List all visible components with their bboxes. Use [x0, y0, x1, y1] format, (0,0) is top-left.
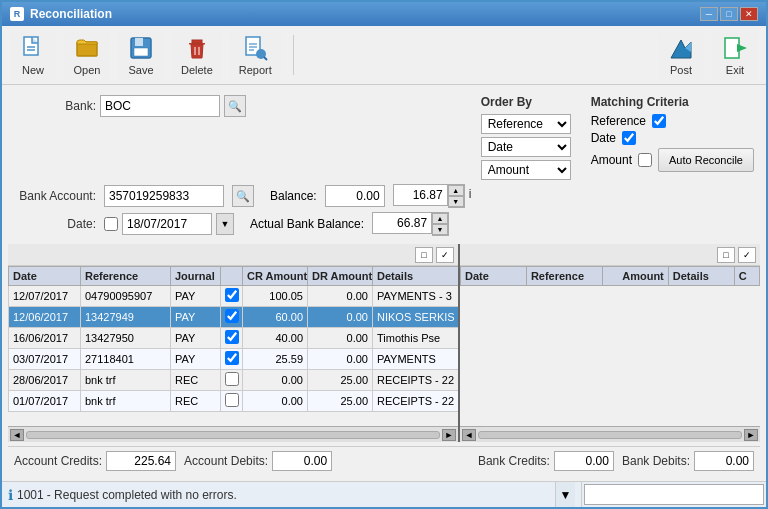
right-table-btn2[interactable]: ✓: [738, 247, 756, 263]
account-credits-value[interactable]: [106, 451, 176, 471]
open-button[interactable]: Open: [64, 30, 110, 80]
spin-up-button[interactable]: ▲: [448, 185, 464, 196]
mc-reference-checkbox[interactable]: [652, 114, 666, 128]
status-dropdown-button[interactable]: ▼: [555, 482, 575, 507]
left-table-btn2[interactable]: ✓: [436, 247, 454, 263]
bank-input[interactable]: [100, 95, 220, 117]
report-button[interactable]: Report: [230, 30, 281, 80]
row-checkbox[interactable]: [225, 372, 239, 386]
order-by-date-select[interactable]: DateReferenceAmount: [481, 137, 571, 157]
account-debits-value[interactable]: [272, 451, 332, 471]
right-scroll-track[interactable]: [478, 431, 742, 439]
bank-debits-item: Bank Debits:: [622, 451, 754, 471]
cell-dr-amount: 0.00: [308, 286, 373, 307]
window-title: Reconciliation: [30, 7, 112, 21]
actual-balance-input[interactable]: [372, 212, 432, 234]
right-col-header-details: Details: [668, 267, 734, 286]
left-scroll-track[interactable]: [26, 431, 440, 439]
minimize-button[interactable]: ─: [700, 7, 718, 21]
table-row[interactable]: 12/06/2017 13427949 PAY 60.00 0.00 NIKOS…: [9, 307, 459, 328]
spin-down-button[interactable]: ▼: [448, 196, 464, 207]
table-row[interactable]: 01/07/2017 bnk trf REC 0.00 25.00 RECEIP…: [9, 391, 459, 412]
actual-balance-spin: ▲ ▼: [372, 212, 449, 236]
right-scrollbar[interactable]: ◄ ►: [460, 426, 760, 442]
new-button[interactable]: New: [10, 30, 56, 80]
order-by-panel: Order By ReferenceDateAmount DateReferen…: [481, 95, 571, 180]
row-checkbox[interactable]: [225, 393, 239, 407]
post-label: Post: [670, 64, 692, 76]
svg-line-16: [264, 57, 267, 60]
bank-account-input[interactable]: [104, 185, 224, 207]
status-message: 1001 - Request completed with no errors.: [17, 488, 551, 502]
post-button[interactable]: Post: [658, 30, 704, 80]
col-header-reference: Reference: [81, 267, 171, 286]
scroll-left-btn[interactable]: ◄: [10, 429, 24, 441]
order-by-amount-select[interactable]: AmountReferenceDate: [481, 160, 571, 180]
account-credits-item: Account Credits:: [14, 451, 176, 471]
reconciliation-window: R Reconciliation ─ □ ✕ New: [0, 0, 768, 509]
matching-criteria-title: Matching Criteria: [591, 95, 754, 109]
row-checkbox[interactable]: [225, 351, 239, 365]
new-label: New: [22, 64, 44, 76]
date-dropdown-button[interactable]: ▼: [216, 213, 234, 235]
date-checkbox[interactable]: [104, 217, 118, 231]
cell-checkbox[interactable]: [221, 307, 243, 328]
cell-cr-amount: 25.59: [243, 349, 308, 370]
close-button[interactable]: ✕: [740, 7, 758, 21]
row-checkbox[interactable]: [225, 288, 239, 302]
date-input[interactable]: [122, 213, 212, 235]
left-data-table: Date Reference Journal CR Amount DR Amou…: [8, 266, 458, 412]
left-table-btn1[interactable]: □: [415, 247, 433, 263]
cell-checkbox[interactable]: [221, 328, 243, 349]
balance-spin-input[interactable]: [393, 184, 448, 206]
new-icon: [19, 34, 47, 62]
cell-cr-amount: 40.00: [243, 328, 308, 349]
bank-debits-value[interactable]: [694, 451, 754, 471]
table-row[interactable]: 12/07/2017 04790095907 PAY 100.05 0.00 P…: [9, 286, 459, 307]
spin-info-icon: i: [465, 184, 476, 208]
table-row[interactable]: 28/06/2017 bnk trf REC 0.00 25.00 RECEIP…: [9, 370, 459, 391]
actual-spin-up-button[interactable]: ▲: [432, 213, 448, 224]
balance-input[interactable]: [325, 185, 385, 207]
left-scrollbar[interactable]: ◄ ►: [8, 426, 458, 442]
delete-button[interactable]: Delete: [172, 30, 222, 80]
mc-amount-checkbox[interactable]: [638, 153, 652, 167]
save-button[interactable]: Save: [118, 30, 164, 80]
cell-checkbox[interactable]: [221, 286, 243, 307]
actual-spin-down-button[interactable]: ▼: [432, 224, 448, 235]
bank-credits-value[interactable]: [554, 451, 614, 471]
exit-button[interactable]: Exit: [712, 30, 758, 80]
maximize-button[interactable]: □: [720, 7, 738, 21]
cell-checkbox[interactable]: [221, 349, 243, 370]
cell-checkbox[interactable]: [221, 370, 243, 391]
account-debits-item: Account Debits:: [184, 451, 332, 471]
cell-checkbox[interactable]: [221, 391, 243, 412]
col-header-dr-amount: DR Amount: [308, 267, 373, 286]
status-msg: Request completed with no errors.: [54, 488, 237, 502]
status-sep: -: [47, 488, 54, 502]
cell-reference: 13427949: [81, 307, 171, 328]
bank-account-search-button[interactable]: 🔍: [232, 185, 254, 207]
right-scroll-right-btn[interactable]: ►: [744, 429, 758, 441]
auto-reconcile-button[interactable]: Auto Reconcile: [658, 148, 754, 172]
row-checkbox[interactable]: [225, 330, 239, 344]
table-row[interactable]: 03/07/2017 27118401 PAY 25.59 0.00 PAYME…: [9, 349, 459, 370]
mc-date-checkbox[interactable]: [622, 131, 636, 145]
bank-search-button[interactable]: 🔍: [224, 95, 246, 117]
balance-label: Balance:: [270, 189, 317, 203]
right-scroll-left-btn[interactable]: ◄: [462, 429, 476, 441]
right-table-scroll[interactable]: Date Reference Amount Details C: [460, 266, 760, 426]
cell-reference: 27118401: [81, 349, 171, 370]
delete-label: Delete: [181, 64, 213, 76]
right-table-btn1[interactable]: □: [717, 247, 735, 263]
scroll-right-btn[interactable]: ►: [442, 429, 456, 441]
mc-date-label: Date: [591, 131, 616, 145]
cell-dr-amount: 0.00: [308, 307, 373, 328]
cell-reference: bnk trf: [81, 370, 171, 391]
row-checkbox[interactable]: [225, 309, 239, 323]
bank-credits-label: Bank Credits:: [478, 454, 550, 468]
status-left: ℹ 1001 - Request completed with no error…: [2, 482, 582, 507]
order-by-reference-select[interactable]: ReferenceDateAmount: [481, 114, 571, 134]
table-row[interactable]: 16/06/2017 13427950 PAY 40.00 0.00 Timot…: [9, 328, 459, 349]
left-table-scroll[interactable]: Date Reference Journal CR Amount DR Amou…: [8, 266, 458, 426]
